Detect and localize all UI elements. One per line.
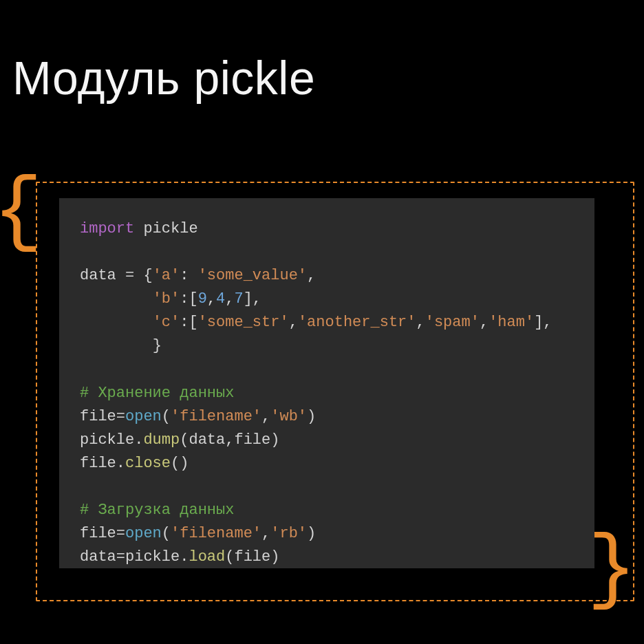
comment-store: # Хранение данных bbox=[80, 385, 234, 402]
brace-open-icon: { bbox=[0, 171, 43, 254]
code-block: import pickle data = {'a': 'some_value',… bbox=[59, 198, 594, 568]
kw-import: import bbox=[80, 220, 134, 237]
comment-load: # Загрузка данных bbox=[80, 502, 234, 519]
slide-title: Модуль pickle bbox=[12, 51, 315, 105]
code-stage: { } import pickle data = {'a': 'some_val… bbox=[36, 182, 634, 601]
